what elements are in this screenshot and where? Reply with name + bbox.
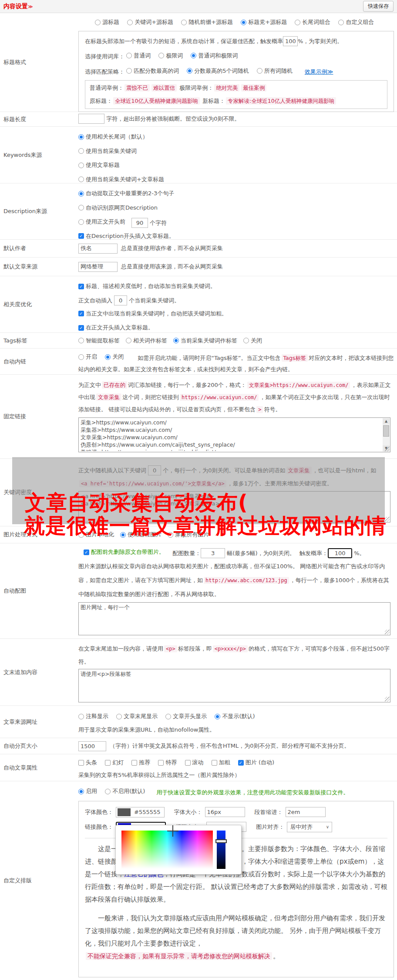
radio-icon-selected[interactable]: [78, 789, 84, 794]
image-urls-textarea[interactable]: 图片网址，每行一个: [78, 602, 390, 635]
font-color-picker[interactable]: #555555: [116, 807, 165, 817]
checkbox-delete-original-images[interactable]: 配图前先删除原文自带图片。: [84, 546, 165, 558]
radio-source-header[interactable]: 文章开头显示: [165, 710, 207, 722]
image-urls-text[interactable]: 图片网址，每行一个: [81, 604, 388, 634]
radio-icon[interactable]: [78, 219, 84, 225]
radio-highest-score[interactable]: 匹配分数最高的词: [126, 64, 179, 78]
radio-article-title[interactable]: 使用文章标题: [78, 159, 120, 172]
resize-grip-icon[interactable]: [385, 697, 390, 702]
color-bar-handle[interactable]: [215, 839, 227, 843]
checkbox-attr-featured[interactable]: 特荐: [158, 757, 177, 768]
checkbox-icon-checked[interactable]: [78, 233, 84, 239]
radio-autolink-on[interactable]: 开启: [78, 351, 97, 363]
radio-icon[interactable]: [257, 68, 262, 74]
checkbox-icon-checked[interactable]: [84, 549, 89, 555]
radio-current-keywords[interactable]: 使用当前采集关键词: [78, 145, 137, 158]
radio-source-comment[interactable]: 注释显示: [78, 710, 108, 722]
checkbox-icon-checked[interactable]: [78, 311, 84, 316]
checkbox-icon[interactable]: [185, 760, 191, 766]
chevron-down-icon[interactable]: ∨: [326, 821, 329, 833]
default-source-input[interactable]: [78, 262, 118, 272]
radio-icon-selected[interactable]: [78, 134, 84, 140]
color-crosshair-icon[interactable]: [167, 825, 178, 837]
radio-icon[interactable]: [127, 20, 133, 25]
radio-longtail-combo[interactable]: 长尾词组合: [295, 17, 330, 28]
pagesize-input[interactable]: [78, 741, 106, 751]
insert-keyword-count-input[interactable]: [114, 295, 127, 305]
radio-related-tags[interactable]: 相关词作标签: [126, 334, 167, 347]
effect-demo-link[interactable]: 效果示例≫: [305, 68, 333, 75]
checkbox-insert-title-body[interactable]: 在正文开头插入文章标题。: [78, 321, 154, 334]
checkbox-attr-recommend[interactable]: 推荐: [131, 757, 150, 768]
scroll-thumb[interactable]: [383, 425, 389, 437]
default-author-input[interactable]: [78, 244, 118, 254]
title-trigger-probability-input[interactable]: [283, 36, 298, 46]
checkbox-icon[interactable]: [158, 760, 164, 766]
radio-tags-off[interactable]: 关闭: [243, 334, 262, 347]
radio-body-prefix[interactable]: 使用正文开头前: [78, 215, 125, 228]
color-value-bar[interactable]: [217, 831, 225, 869]
radio-smart-tags[interactable]: 智能提取标签: [78, 334, 120, 347]
checkbox-icon[interactable]: [131, 760, 137, 766]
resize-grip-icon[interactable]: [385, 630, 390, 634]
radio-all-random[interactable]: 所有词随机: [257, 64, 293, 78]
image-align-select[interactable]: 居中对齐∨: [287, 822, 332, 832]
radio-icon[interactable]: [78, 338, 84, 343]
checkbox-icon[interactable]: [212, 760, 217, 766]
image-trigger-probability-input[interactable]: [328, 548, 352, 558]
radio-current-keyword-tags[interactable]: 当前采集关键词作标签: [173, 334, 237, 347]
radio-icon-selected[interactable]: [241, 20, 246, 25]
radio-top5-random[interactable]: 分数最高的5个词随机: [187, 64, 249, 78]
radio-icon[interactable]: [126, 68, 132, 74]
radio-typeset-on[interactable]: 启用: [78, 786, 97, 797]
radio-both-words[interactable]: 普通词和极限词: [191, 48, 238, 63]
description-chars-input[interactable]: [131, 218, 148, 228]
radio-icon[interactable]: [78, 176, 84, 182]
radio-autolink-off[interactable]: 关闭: [105, 351, 124, 363]
radio-source-hidden[interactable]: 不显示(默认): [215, 710, 255, 722]
checkbox-attr-bold[interactable]: 加粗: [212, 757, 230, 768]
radio-icon[interactable]: [158, 53, 164, 58]
font-size-input[interactable]: [205, 807, 245, 817]
radio-source-title[interactable]: 源标题: [95, 17, 119, 28]
radio-icon[interactable]: [126, 338, 131, 343]
radio-prefix-source-title[interactable]: 随机前缀+源标题: [181, 17, 233, 28]
font-color-swatch[interactable]: [118, 808, 131, 816]
radio-icon[interactable]: [95, 20, 101, 25]
radio-icon-selected[interactable]: [215, 714, 220, 719]
radio-original-description[interactable]: 自动识别原网页Description: [78, 201, 158, 214]
checkbox-bold-keywords[interactable]: 当正文中出现当前采集关键词时，自动把该关键词加粗。: [78, 307, 227, 320]
radio-icon-selected[interactable]: [78, 191, 84, 197]
radio-longtail-default[interactable]: 使用相关长尾词（默认）: [78, 130, 148, 143]
radio-icon[interactable]: [181, 20, 187, 25]
image-count-input[interactable]: [201, 548, 225, 558]
radio-icon-selected[interactable]: [191, 53, 196, 58]
checkbox-icon-checked[interactable]: [78, 284, 84, 289]
checkbox-icon-checked[interactable]: [78, 325, 84, 331]
radio-extreme-words[interactable]: 极限词: [158, 48, 183, 63]
radio-keyword-source-title[interactable]: 关键词+源标题: [127, 17, 173, 28]
checkbox-attr-scroll[interactable]: 滚动: [185, 757, 204, 768]
quick-save-button[interactable]: 快速保存: [363, 1, 394, 12]
checkbox-icon-checked[interactable]: [238, 760, 244, 766]
indent-input[interactable]: [286, 807, 326, 817]
radio-icon[interactable]: [126, 53, 132, 58]
radio-icon[interactable]: [78, 714, 84, 719]
radio-icon[interactable]: [78, 163, 84, 168]
radio-source-footer[interactable]: 文章末尾显示: [116, 710, 158, 722]
radio-icon[interactable]: [78, 205, 84, 210]
radio-icon[interactable]: [295, 20, 300, 25]
checkbox-add-keywords-low-relevance[interactable]: 标题、描述相关度低时，自动添加当前采集关键词。: [78, 280, 216, 293]
resize-grip-icon[interactable]: [385, 447, 390, 451]
checkbox-attr-slide[interactable]: 幻灯: [105, 757, 124, 768]
scroll-up-icon[interactable]: ▲: [383, 418, 390, 424]
radio-icon[interactable]: [165, 714, 171, 719]
checkbox-attr-image-auto[interactable]: 图片 (自动): [238, 757, 274, 768]
title-length-input[interactable]: [78, 114, 104, 124]
fixed-links-textarea[interactable]: 采集>https://www.ucaiyun.com/ 采集器>https://…: [78, 417, 390, 452]
radio-icon[interactable]: [338, 20, 344, 25]
checkbox-icon[interactable]: [105, 760, 111, 766]
radio-icon[interactable]: [78, 354, 84, 360]
radio-icon-selected[interactable]: [187, 68, 192, 74]
radio-icon[interactable]: [78, 148, 84, 154]
